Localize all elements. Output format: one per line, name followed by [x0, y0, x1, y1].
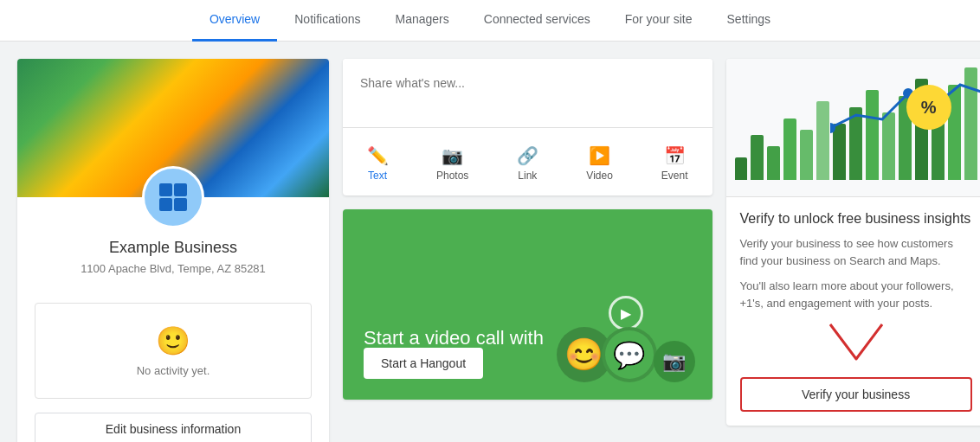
hangout-visuals: ▶ 😊 💬 📷 — [557, 296, 695, 382]
svg-rect-0 — [159, 183, 172, 196]
text-action-label: Text — [368, 170, 387, 182]
bar-item — [751, 135, 764, 180]
avatar — [142, 166, 204, 228]
arrow-annotation — [740, 320, 972, 363]
post-action-link[interactable]: 🔗 Link — [506, 138, 548, 189]
cover-image — [17, 59, 329, 197]
business-address: 1100 Apache Blvd, Tempe, AZ 85281 — [35, 262, 312, 275]
svg-rect-2 — [159, 198, 172, 211]
main-content: Example Business 1100 Apache Blvd, Tempe… — [0, 42, 980, 442]
link-action-label: Link — [518, 170, 537, 182]
business-info-card: Example Business 1100 Apache Blvd, Tempe… — [17, 59, 329, 442]
post-action-video[interactable]: ▶️ Video — [576, 138, 622, 189]
play-icon: ▶ — [609, 296, 643, 330]
insights-desc1: Verify your business to see how customer… — [740, 235, 972, 269]
photos-icon: 📷 — [442, 145, 463, 166]
hangout-card: Start a video call with your followers ▶… — [343, 209, 712, 400]
insights-title: Verify to unlock free business insights — [740, 211, 972, 227]
tab-connected-services[interactable]: Connected services — [467, 0, 608, 42]
edit-business-button[interactable]: Edit business information — [35, 413, 312, 442]
link-icon: 🔗 — [517, 145, 538, 166]
right-card: % Verify to unlock free business insight… — [726, 59, 980, 442]
percent-badge: % — [906, 85, 951, 130]
insights-chart: % — [726, 59, 980, 197]
insights-body: Verify to unlock free business insights … — [726, 197, 980, 426]
activity-box: 🙂 No activity yet. — [35, 303, 312, 399]
photos-action-label: Photos — [436, 170, 468, 182]
tab-settings[interactable]: Settings — [710, 0, 789, 42]
bar-item — [816, 101, 829, 180]
smiley-icon: 🙂 — [49, 324, 297, 357]
event-icon: 📅 — [664, 145, 685, 166]
tab-notifications[interactable]: Notifications — [277, 0, 377, 42]
camera-icon: 📷 — [654, 341, 695, 382]
business-icon — [156, 180, 190, 215]
bar-item — [783, 119, 796, 181]
insights-card: % Verify to unlock free business insight… — [726, 59, 980, 426]
top-navigation: Overview Notifications Managers Connecte… — [0, 0, 980, 42]
verify-business-button[interactable]: Verify your business — [740, 377, 972, 412]
arrow-icon — [822, 320, 891, 363]
tab-overview[interactable]: Overview — [192, 0, 277, 42]
tab-for-your-site[interactable]: For your site — [608, 0, 710, 42]
video-action-label: Video — [586, 170, 612, 182]
post-action-text[interactable]: ✏️ Text — [357, 138, 398, 189]
business-name: Example Business — [35, 239, 312, 257]
text-icon: ✏️ — [367, 145, 388, 166]
svg-rect-3 — [174, 198, 187, 211]
post-actions: ✏️ Text 📷 Photos 🔗 Link ▶️ Video 📅 — [343, 131, 712, 195]
post-card: ✏️ Text 📷 Photos 🔗 Link ▶️ Video 📅 — [343, 59, 712, 195]
hangouts-icon: 💬 — [602, 327, 657, 382]
svg-rect-1 — [174, 183, 187, 196]
line-chart — [830, 76, 980, 145]
bar-item — [767, 146, 780, 180]
bar-item — [800, 130, 813, 181]
event-action-label: Event — [661, 170, 688, 182]
tab-managers[interactable]: Managers — [378, 0, 467, 42]
post-action-event[interactable]: 📅 Event — [651, 138, 699, 189]
post-action-photos[interactable]: 📷 Photos — [426, 138, 479, 189]
nav-tabs: Overview Notifications Managers Connecte… — [192, 0, 788, 42]
no-activity-text: No activity yet. — [49, 364, 297, 377]
start-hangout-button[interactable]: Start a Hangout — [364, 348, 483, 379]
video-icon: ▶️ — [590, 145, 610, 166]
middle-section: ✏️ Text 📷 Photos 🔗 Link ▶️ Video 📅 — [343, 59, 712, 442]
bar-item — [735, 157, 748, 180]
post-input[interactable] — [343, 59, 712, 128]
insights-desc2: You'll also learn more about your follow… — [740, 278, 972, 311]
